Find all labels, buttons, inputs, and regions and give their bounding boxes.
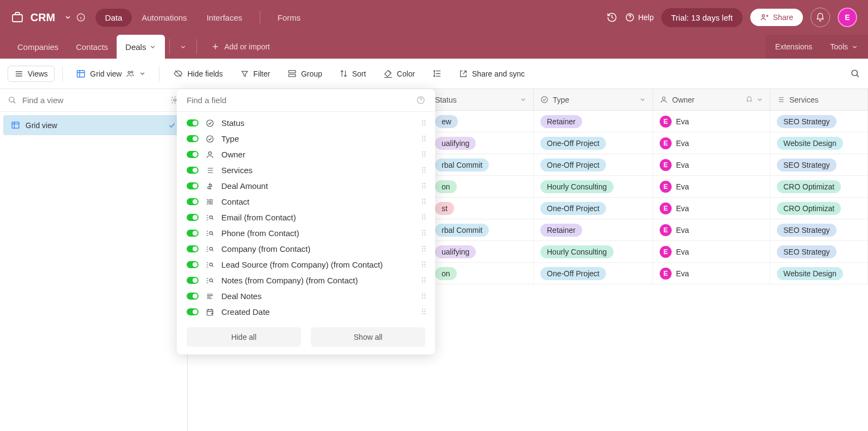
cell-services[interactable]: SEO Strategy — [770, 111, 868, 132]
drag-handle-icon[interactable]: ⠿ — [421, 245, 425, 253]
toggle[interactable] — [187, 261, 199, 268]
find-view-input[interactable] — [22, 96, 165, 105]
column-header-status[interactable]: Status — [429, 89, 534, 110]
chevron-down-icon[interactable] — [64, 14, 72, 21]
toggle[interactable] — [187, 245, 199, 252]
field-row[interactable]: Owner⠿ — [177, 147, 435, 162]
cell-services[interactable]: Website Design — [770, 132, 868, 154]
drag-handle-icon[interactable]: ⠿ — [421, 166, 425, 175]
cell-status[interactable]: on — [429, 263, 534, 284]
filter-button[interactable]: Filter — [234, 66, 277, 81]
cell-type[interactable]: Hourly Consulting — [534, 176, 653, 197]
add-import-button[interactable]: Add or import — [203, 35, 277, 59]
tools-button[interactable]: Tools — [830, 42, 858, 51]
drag-handle-icon[interactable]: ⠿ — [421, 135, 425, 143]
drag-handle-icon[interactable]: ⠿ — [421, 213, 425, 222]
field-row[interactable]: Phone (from Contact)⠿ — [177, 225, 435, 241]
table-row[interactable]: rbal CommitOne-Off ProjectEEvaSEO Strate… — [429, 154, 868, 176]
toggle[interactable] — [187, 308, 199, 315]
cell-services[interactable]: SEO Strategy — [770, 154, 868, 175]
toggle[interactable] — [187, 277, 199, 284]
cell-owner[interactable]: EEva — [653, 176, 770, 197]
history-icon[interactable] — [607, 12, 617, 23]
cell-type[interactable]: One-Off Project — [534, 154, 653, 175]
cell-owner[interactable]: EEva — [653, 263, 770, 284]
field-row[interactable]: Contact⠿ — [177, 194, 435, 210]
popover-search[interactable] — [177, 89, 435, 112]
top-tab-data[interactable]: Data — [95, 9, 132, 27]
table-row[interactable]: onOne-Off ProjectEEvaWebsite Design — [429, 263, 868, 284]
avatar[interactable]: E — [838, 8, 857, 27]
drag-handle-icon[interactable]: ⠿ — [421, 292, 425, 301]
search-icon[interactable] — [850, 68, 860, 79]
toggle[interactable] — [187, 293, 199, 300]
toggle[interactable] — [187, 167, 199, 174]
top-tab-interfaces[interactable]: Interfaces — [197, 9, 252, 27]
table-row[interactable]: onHourly ConsultingEEvaCRO Optimizat — [429, 176, 868, 198]
toggle[interactable] — [187, 230, 199, 237]
table-row[interactable]: ewRetainerEEvaSEO Strategy — [429, 111, 868, 132]
cell-owner[interactable]: EEva — [653, 198, 770, 219]
field-row[interactable]: Lead Source (from Company) (from Contact… — [177, 257, 435, 272]
cell-status[interactable]: rbal Commit — [429, 154, 534, 175]
view-item-grid[interactable]: Grid view — [3, 115, 184, 135]
drag-handle-icon[interactable]: ⠿ — [421, 119, 425, 128]
toggle[interactable] — [187, 151, 199, 158]
views-button[interactable]: Views — [8, 66, 55, 82]
top-tab-automations[interactable]: Automations — [132, 9, 196, 27]
cell-owner[interactable]: EEva — [653, 154, 770, 175]
app-title[interactable]: CRM — [30, 11, 55, 24]
toggle[interactable] — [187, 214, 199, 221]
toggle[interactable] — [187, 119, 199, 126]
field-search-input[interactable] — [187, 96, 416, 105]
table-tab-deals[interactable]: Deals — [117, 35, 165, 59]
cell-services[interactable]: SEO Strategy — [770, 241, 868, 262]
drag-handle-icon[interactable]: ⠿ — [421, 229, 425, 238]
table-tab-dropdown[interactable] — [174, 35, 192, 59]
drag-handle-icon[interactable]: ⠿ — [421, 182, 425, 191]
toggle[interactable] — [187, 198, 199, 205]
drag-handle-icon[interactable]: ⠿ — [421, 308, 425, 316]
cell-status[interactable]: st — [429, 198, 534, 219]
field-row[interactable]: Created Date⠿ — [177, 304, 435, 320]
bell-button[interactable] — [810, 8, 830, 27]
help-icon[interactable] — [416, 96, 425, 105]
cell-owner[interactable]: EEva — [653, 132, 770, 154]
table-row[interactable]: ualifyingHourly ConsultingEEvaSEO Strate… — [429, 241, 868, 263]
hide-fields-button[interactable]: Hide fields — [167, 66, 229, 81]
drag-handle-icon[interactable]: ⠿ — [421, 276, 425, 285]
toggle[interactable] — [187, 135, 199, 142]
cell-status[interactable]: ualifying — [429, 241, 534, 262]
table-row[interactable]: ualifyingOne-Off ProjectEEvaWebsite Desi… — [429, 132, 868, 154]
column-header-type[interactable]: Type — [534, 89, 653, 110]
field-row[interactable]: Deal Amount⠿ — [177, 178, 435, 194]
toggle[interactable] — [187, 182, 199, 189]
drag-handle-icon[interactable]: ⠿ — [421, 198, 425, 206]
cell-status[interactable]: ew — [429, 111, 534, 132]
cell-type[interactable]: One-Off Project — [534, 132, 653, 154]
cell-type[interactable]: Retainer — [534, 111, 653, 132]
table-row[interactable]: rbal CommitRetainerEEvaSEO Strategy — [429, 219, 868, 241]
extensions-button[interactable]: Extensions — [775, 42, 812, 51]
table-tab-contacts[interactable]: Contacts — [67, 35, 117, 59]
cell-status[interactable]: rbal Commit — [429, 219, 534, 240]
cell-status[interactable]: on — [429, 176, 534, 197]
find-view-search[interactable] — [0, 89, 187, 112]
field-row[interactable]: Company (from Contact)⠿ — [177, 241, 435, 257]
share-sync-button[interactable]: Share and sync — [452, 66, 531, 81]
info-icon[interactable] — [76, 12, 86, 22]
field-row[interactable]: Email (from Contact)⠿ — [177, 210, 435, 225]
sort-button[interactable]: Sort — [333, 66, 373, 81]
hide-all-button[interactable]: Hide all — [187, 327, 301, 347]
row-height-button[interactable] — [426, 66, 448, 81]
cell-owner[interactable]: EEva — [653, 241, 770, 262]
field-row[interactable]: Status⠿ — [177, 115, 435, 131]
color-button[interactable]: Color — [377, 66, 422, 81]
field-row[interactable]: Services⠿ — [177, 162, 435, 178]
group-button[interactable]: Group — [281, 66, 329, 81]
show-all-button[interactable]: Show all — [311, 327, 425, 347]
cell-type[interactable]: Retainer — [534, 219, 653, 240]
table-row[interactable]: stOne-Off ProjectEEvaCRO Optimizat — [429, 198, 868, 219]
cell-owner[interactable]: EEva — [653, 219, 770, 240]
cell-services[interactable]: CRO Optimizat — [770, 176, 868, 197]
